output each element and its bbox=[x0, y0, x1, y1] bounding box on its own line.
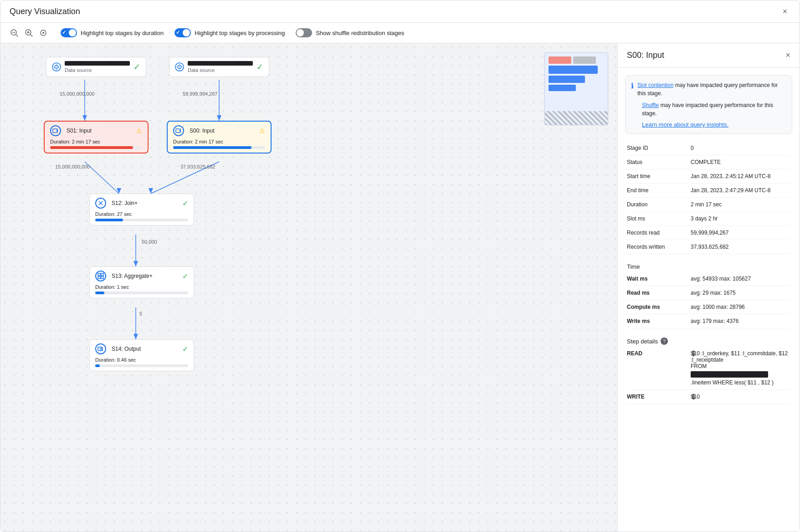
prop-label-stage-id: Stage ID bbox=[627, 145, 691, 151]
prop-label-records-read: Records read bbox=[627, 230, 691, 236]
svg-marker-20 bbox=[133, 334, 138, 339]
prop-value-records-written: 37,933,625,682 bbox=[691, 244, 790, 250]
stage-s13-duration: Duration: 1 sec bbox=[95, 284, 188, 290]
stage-s14-duration: Duration: 0.46 sec bbox=[95, 357, 188, 363]
window-close-button[interactable]: × bbox=[779, 6, 790, 17]
prop-value-write-ms: avg: 179 max: 4376 bbox=[691, 318, 790, 324]
zoom-reset-icon bbox=[39, 29, 47, 37]
toggle-processing[interactable]: ✓ bbox=[174, 28, 191, 37]
prop-row-start-time: Start time Jan 28, 2023, 2:45:12 AM UTC-… bbox=[627, 169, 790, 184]
app-window: Query Visualization × bbox=[0, 0, 800, 532]
stage-s00-warn-icon: ⚠ bbox=[259, 127, 265, 134]
stage-s00-header: S00: Input ⚠ bbox=[173, 125, 265, 136]
stage-node-s01[interactable]: S01: Input ⚠ Duration: 2 min 17 sec bbox=[44, 121, 149, 153]
minimap-block-1 bbox=[549, 56, 571, 64]
svg-marker-18 bbox=[149, 188, 153, 194]
prop-value-read-ms: avg: 29 max: 1675 bbox=[691, 290, 790, 296]
zoom-out-button[interactable] bbox=[8, 26, 21, 39]
zoom-reset-button[interactable] bbox=[37, 26, 50, 39]
svg-marker-17 bbox=[117, 188, 121, 194]
toggle-shuffle-label: Show shuffle redistribution stages bbox=[316, 30, 404, 36]
prop-row-write-ms: Write ms avg: 179 max: 4376 bbox=[627, 314, 790, 328]
stage-s14-check-icon: ✓ bbox=[182, 345, 188, 353]
prop-row-compute-ms: Compute ms avg: 1000 max: 28796 bbox=[627, 300, 790, 314]
toggle-group-shuffle: Show shuffle redistribution stages bbox=[296, 28, 404, 37]
stage-s14-icon bbox=[95, 343, 106, 354]
stage-s12-progress-bg bbox=[95, 219, 188, 221]
toggle-duration-check: ✓ bbox=[62, 30, 66, 36]
stage-s12-check-icon: ✓ bbox=[182, 199, 188, 208]
info-icon: ℹ bbox=[631, 82, 634, 90]
stage-node-s13[interactable]: S13: Aggregate+ ✓ Duration: 1 sec bbox=[89, 266, 194, 298]
edge-label-s12-s13: 50,000 bbox=[142, 239, 157, 245]
minimap-block-4 bbox=[549, 76, 585, 83]
stage-node-s12[interactable]: S12: Join+ ✓ Duration: 27 sec bbox=[89, 194, 194, 225]
datasource-icon-1 bbox=[175, 62, 184, 72]
stage-s12-duration: Duration: 27 sec bbox=[95, 211, 188, 217]
stage-node-s00[interactable]: S00: Input ⚠ Duration: 2 min 17 sec bbox=[167, 121, 272, 153]
prop-row-write: WRITE ? $10 bbox=[627, 390, 790, 404]
stage-s00-icon bbox=[173, 125, 184, 136]
svg-marker-19 bbox=[133, 261, 138, 266]
stage-s12-icon bbox=[95, 198, 106, 209]
prop-value-status: COMPLETE bbox=[691, 159, 790, 165]
stage-node-s14[interactable]: S14: Output ✓ Duration: 0.46 sec bbox=[89, 339, 194, 371]
stage-s01-title: S01: Input bbox=[67, 128, 92, 134]
minimap-block-5 bbox=[549, 85, 576, 91]
toggle-duration[interactable]: ✓ bbox=[61, 28, 77, 37]
edge-label-ds1-s00: 59,999,994,267 bbox=[183, 91, 217, 97]
stage-s01-progress-bg bbox=[50, 146, 142, 149]
stage-s01-duration: Duration: 2 min 17 sec bbox=[50, 139, 142, 144]
stage-s00-progress-fill bbox=[173, 146, 251, 149]
prop-label-compute-ms: Compute ms bbox=[627, 304, 691, 310]
datasource-node-0[interactable]: Data source ✓ bbox=[46, 57, 146, 77]
stage-s14-progress-fill bbox=[95, 364, 100, 367]
stage-s12-title: S12: Join+ bbox=[112, 200, 138, 206]
shuffle-link[interactable]: Shuffle bbox=[642, 102, 659, 108]
minimap-block-2 bbox=[573, 56, 596, 64]
datasource-node-1[interactable]: Data source ✓ bbox=[169, 57, 269, 77]
svg-rect-34 bbox=[101, 276, 103, 279]
prop-label-read: READ bbox=[627, 350, 691, 357]
read-text: $10 :l_orderkey, $11 :l_commitdate, $12 … bbox=[691, 350, 790, 363]
datasource-check-0: ✓ bbox=[133, 62, 140, 72]
window-title: Query Visualization bbox=[10, 7, 80, 16]
slot-contention-link[interactable]: Slot contention bbox=[637, 82, 673, 88]
properties-section: Stage ID 0 Status COMPLETE Start time Ja… bbox=[618, 141, 800, 258]
step-details-label: Step details bbox=[627, 338, 658, 345]
stage-s13-header: S13: Aggregate+ ✓ bbox=[95, 271, 188, 281]
main-content: Data source ✓ Data source ✓ 15, bbox=[0, 43, 800, 532]
prop-row-stage-id: Stage ID 0 bbox=[627, 141, 790, 155]
time-section-header: Time bbox=[618, 258, 800, 272]
stage-s01-progress-fill bbox=[50, 146, 133, 149]
prop-value-end-time: Jan 28, 2023, 2:47:29 AM UTC-8 bbox=[691, 187, 790, 194]
panel-close-button[interactable]: × bbox=[785, 51, 790, 60]
toggle-shuffle[interactable] bbox=[296, 28, 312, 37]
minimap-block-3 bbox=[549, 66, 598, 74]
step-details-help-icon[interactable]: ? bbox=[661, 338, 668, 345]
read-from: FROM bbox=[691, 363, 790, 369]
datasource-icon-0 bbox=[52, 62, 61, 72]
step-details-section: READ ? $10 :l_orderkey, $11 :l_commitdat… bbox=[618, 347, 800, 408]
prop-value-start-time: Jan 28, 2023, 2:45:12 AM UTC-8 bbox=[691, 173, 790, 179]
svg-marker-16 bbox=[217, 115, 221, 121]
toggle-duration-label: Highlight top stages by duration bbox=[81, 30, 164, 36]
canvas-area[interactable]: Data source ✓ Data source ✓ 15, bbox=[0, 43, 617, 532]
stage-s12-progress-fill bbox=[95, 219, 123, 221]
toggle-processing-label: Highlight top stages by processing bbox=[195, 30, 285, 36]
prop-row-read: READ ? $10 :l_orderkey, $11 :l_commitdat… bbox=[627, 347, 790, 390]
minimap-stripe bbox=[545, 111, 608, 125]
prop-label-wait-ms: Wait ms bbox=[627, 276, 691, 282]
stage-s14-progress-bg bbox=[95, 364, 188, 367]
alert-text-2: may have impacted query performance for … bbox=[642, 102, 773, 117]
edge-label-ds0-s01: 15,000,000,000 bbox=[60, 91, 94, 97]
svg-line-6 bbox=[31, 35, 32, 36]
edge-label-s13-s14: 5 bbox=[139, 311, 142, 317]
edge-label-s00-s12: 37,933,625,682 bbox=[180, 164, 215, 169]
join-icon-s12 bbox=[97, 200, 104, 206]
learn-more-link[interactable]: Learn more about query insights. bbox=[642, 121, 728, 128]
prop-value-read: $10 :l_orderkey, $11 :l_commitdate, $12 … bbox=[691, 350, 790, 386]
stage-s12-header: S12: Join+ ✓ bbox=[95, 198, 188, 209]
zoom-in-button[interactable] bbox=[22, 26, 35, 39]
svg-marker-15 bbox=[82, 115, 87, 121]
